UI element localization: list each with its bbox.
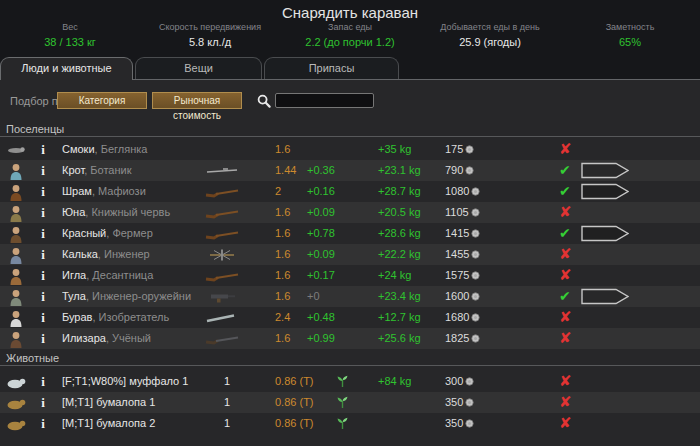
accept-checkbox[interactable]: ✘ xyxy=(559,413,579,434)
animal-row: i[F;T1;W80%] муффало 110.86 (Т)+84 kg300… xyxy=(0,371,700,392)
colonist-name: Красный, Фермер xyxy=(62,223,205,244)
colonist-row: iКалька, Инженер1.6+0.09+22.2 kg1455✘ xyxy=(0,244,700,265)
info-icon[interactable]: i xyxy=(36,265,50,286)
info-icon[interactable]: i xyxy=(36,223,50,244)
carry-capacity: +23.1 kg xyxy=(378,160,421,181)
market-value: 1415 xyxy=(445,223,480,244)
info-icon[interactable]: i xyxy=(36,160,50,181)
section-header-settlers: Поселенцы xyxy=(0,123,700,137)
food-consumption: 1.6 xyxy=(275,328,290,349)
carry-capacity: +22.2 kg xyxy=(378,244,421,265)
stat-food-supply: Запас еды 2.2 (до порчи 1.2) xyxy=(280,22,420,48)
forage-bonus: +0.09 xyxy=(307,202,335,223)
accept-checkbox[interactable]: ✔ xyxy=(559,181,579,202)
market-value: 1680 xyxy=(445,307,480,328)
animal-name: [M;T1] бумалопа 2 xyxy=(62,413,205,434)
tab-items[interactable]: Вещи xyxy=(135,57,262,79)
colonist-name: Игла, Десантница xyxy=(62,265,205,286)
tab-supplies[interactable]: Припасы xyxy=(264,57,399,79)
reorder-chevron[interactable] xyxy=(581,183,629,204)
forage-bonus: +0.36 xyxy=(307,160,335,181)
info-icon[interactable]: i xyxy=(36,413,50,434)
weapon-icon xyxy=(202,328,242,349)
pawn-portrait-icon xyxy=(4,328,28,349)
food-consumption: 1.6 xyxy=(275,244,290,265)
pawn-portrait-icon xyxy=(4,181,28,202)
search-input[interactable] xyxy=(275,93,374,108)
animal-icon xyxy=(4,413,28,434)
market-value: 300 xyxy=(445,371,474,392)
accept-checkbox[interactable]: ✘ xyxy=(559,371,579,392)
food-consumption: 1.6 xyxy=(275,223,290,244)
carry-capacity: +28.6 kg xyxy=(378,223,421,244)
stat-value: 25.9 (ягоды) xyxy=(420,36,560,48)
weapon-icon xyxy=(202,307,242,328)
reorder-chevron[interactable] xyxy=(581,288,629,309)
accept-checkbox[interactable]: ✔ xyxy=(559,160,579,181)
accept-checkbox[interactable]: ✘ xyxy=(559,202,579,223)
colonist-name: Калька, Инженер xyxy=(62,244,205,265)
grazer-icon xyxy=(336,374,349,389)
pawn-portrait-icon xyxy=(4,286,28,307)
carry-capacity: +23.4 kg xyxy=(378,286,421,307)
grazer-icon xyxy=(336,395,349,410)
page-title: Снарядить караван xyxy=(0,4,700,21)
pawn-portrait-icon xyxy=(4,139,28,160)
colonist-row: iИлизара, Учёный1.6+0.99+25.6 kg1825✘ xyxy=(0,328,700,349)
food-consumption: 2 xyxy=(275,181,281,202)
info-icon[interactable]: i xyxy=(36,244,50,265)
info-icon[interactable]: i xyxy=(36,328,50,349)
colonist-name: Крот, Ботаник xyxy=(62,160,205,181)
accept-checkbox[interactable]: ✔ xyxy=(559,223,579,244)
search-icon xyxy=(257,94,271,112)
stat-visibility: Заметность 65% xyxy=(560,22,700,48)
food-consumption: 0.86 (Т) xyxy=(275,392,314,413)
colonist-row: iШрам, Мафиози2+0.16+28.7 kg1080✔ xyxy=(0,181,700,202)
weapon-icon xyxy=(202,181,242,202)
info-icon[interactable]: i xyxy=(36,181,50,202)
market-value: 1600 xyxy=(445,286,480,307)
market-value: 175 xyxy=(445,139,474,160)
colonist-row: iТула, Инженер-оружейни1.6+0+23.4 kg1600… xyxy=(0,286,700,307)
tab-people-animals[interactable]: Люди и животные xyxy=(0,57,133,80)
reorder-chevron[interactable] xyxy=(581,162,629,183)
colonist-row: iЮна, Книжный червь1.6+0.09+20.5 kg1105✘ xyxy=(0,202,700,223)
info-icon[interactable]: i xyxy=(36,307,50,328)
colonist-name: Шрам, Мафиози xyxy=(62,181,205,202)
accept-checkbox[interactable]: ✘ xyxy=(559,328,579,349)
accept-checkbox[interactable]: ✘ xyxy=(559,244,579,265)
section-header-animals: Животные xyxy=(0,352,700,366)
colonist-row: iБурав, Изобретатель2.4+0.48+12.7 kg1680… xyxy=(0,307,700,328)
stat-value: 65% xyxy=(560,36,700,48)
food-consumption: 1.6 xyxy=(275,286,290,307)
info-icon[interactable]: i xyxy=(36,392,50,413)
weapon-icon xyxy=(202,286,242,307)
accept-checkbox[interactable]: ✘ xyxy=(559,392,579,413)
carry-capacity: +24 kg xyxy=(378,265,411,286)
food-consumption: 1.6 xyxy=(275,202,290,223)
forage-bonus: +0.48 xyxy=(307,307,335,328)
carry-capacity: +28.7 kg xyxy=(378,181,421,202)
forage-bonus: +0.17 xyxy=(307,265,335,286)
accept-checkbox[interactable]: ✘ xyxy=(559,139,579,160)
accept-checkbox[interactable]: ✘ xyxy=(559,307,579,328)
accept-checkbox[interactable]: ✔ xyxy=(559,286,579,307)
reorder-chevron[interactable] xyxy=(581,225,629,246)
animal-row: i[M;T1] бумалопа 110.86 (Т)350✘ xyxy=(0,392,700,413)
carry-capacity: +20.5 kg xyxy=(378,202,421,223)
animal-count: 1 xyxy=(224,392,230,413)
animal-icon xyxy=(4,392,28,413)
accept-checkbox[interactable]: ✘ xyxy=(559,265,579,286)
caravan-stats: Вес 38 / 133 кг Скорость передвижения 5.… xyxy=(0,22,700,48)
info-icon[interactable]: i xyxy=(36,371,50,392)
colonist-row: iКрот, Ботаник1.44+0.36+23.1 kg790✔ xyxy=(0,160,700,181)
info-icon[interactable]: i xyxy=(36,139,50,160)
colonist-row: iСмоки, Беглянка1.6+35 kg175✘ xyxy=(0,139,700,160)
sort-category-button[interactable]: Категория xyxy=(57,92,147,109)
info-icon[interactable]: i xyxy=(36,202,50,223)
sort-market-value-button[interactable]: Рыночная стоимость xyxy=(152,92,242,109)
weapon-icon xyxy=(202,223,242,244)
pawn-portrait-icon xyxy=(4,160,28,181)
info-icon[interactable]: i xyxy=(36,286,50,307)
market-value: 350 xyxy=(445,392,474,413)
